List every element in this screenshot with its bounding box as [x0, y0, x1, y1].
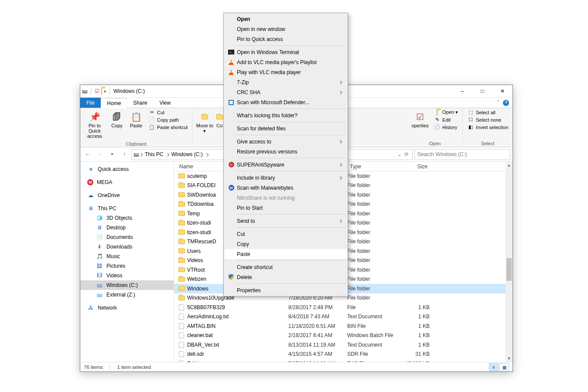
context-menu-item[interactable]: 7-Zip: [225, 77, 347, 87]
context-menu-item[interactable]: Copy: [225, 239, 347, 249]
search-input[interactable]: Search Windows (C:): [414, 149, 510, 160]
properties-button[interactable]: ☑ operties: [410, 109, 430, 130]
nav-child-item[interactable]: 🎞Videos: [80, 271, 174, 280]
paste-shortcut-button[interactable]: 📋Paste shortcut: [147, 124, 189, 130]
context-menu-item[interactable]: Restore previous versions: [225, 147, 347, 157]
nav-child-item[interactable]: 🖥Desktop: [80, 223, 174, 232]
window-title: Windows (C:): [112, 88, 145, 94]
nav-onedrive[interactable]: ☁OneDrive: [80, 191, 174, 200]
menu-item-label: Paste: [236, 251, 339, 257]
context-menu-item[interactable]: MScan with Malwarebytes: [225, 183, 347, 193]
cut-button[interactable]: ✂Cut: [147, 109, 189, 116]
chevron-right-icon[interactable]: [205, 152, 208, 157]
breadcrumb-item[interactable]: Windows (C:): [170, 151, 205, 157]
minimize-button[interactable]: –: [452, 85, 472, 98]
chevron-right-icon[interactable]: [166, 152, 169, 157]
context-menu-item[interactable]: CRC SHA: [225, 87, 347, 97]
copy-label: Copy: [111, 123, 123, 128]
tab-share[interactable]: Share: [127, 98, 153, 108]
tab-home[interactable]: Home: [101, 98, 127, 108]
maximize-button[interactable]: □: [472, 85, 492, 98]
table-row[interactable]: EANew.eap7/27/2016 10:39 AMEAP File15,33…: [174, 359, 506, 362]
nav-forward-button[interactable]: →: [95, 149, 105, 160]
context-menu-item[interactable]: Send to: [225, 216, 347, 226]
help-icon[interactable]: ?: [503, 100, 509, 106]
context-menu-item[interactable]: Add to VLC media player's Playlist: [225, 57, 347, 67]
context-menu-item[interactable]: Pin to Quick access: [225, 34, 347, 44]
scroll-up-icon[interactable]: ▲: [506, 162, 513, 169]
nav-child-item[interactable]: ⬇Downloads: [80, 242, 174, 252]
context-menu-item[interactable]: >_Open in Windows Terminal: [225, 47, 347, 57]
open-button[interactable]: Open ▾: [432, 109, 460, 116]
context-menu-item[interactable]: Open: [225, 14, 347, 24]
collapse-ribbon-icon[interactable]: ˄: [497, 100, 499, 106]
context-menu-item[interactable]: Delete: [225, 272, 347, 282]
copy-to-button[interactable]: Co: [216, 109, 223, 130]
menu-separator: [237, 122, 346, 122]
nav-up-button[interactable]: ↑: [119, 149, 130, 160]
details-view-button[interactable]: ≡: [489, 363, 499, 371]
nav-child-item[interactable]: 📄Documents: [80, 232, 174, 242]
network-icon: 🖧: [87, 305, 94, 311]
context-menu-item[interactable]: Give access to: [225, 136, 347, 147]
refresh-icon[interactable]: ⟳: [403, 151, 410, 157]
table-row[interactable]: DBAR_Ver.txt8/13/2014 11:19 AMText Docum…: [174, 340, 506, 350]
nav-child-item[interactable]: 🖴Windows (C:): [80, 280, 174, 290]
context-menu-item[interactable]: Open in new window: [225, 24, 347, 34]
file-type: Text Document: [347, 342, 397, 348]
column-header-type[interactable]: Type: [346, 164, 397, 170]
context-menu-item[interactable]: Include in library: [225, 173, 347, 183]
context-menu-item[interactable]: Properties: [225, 285, 347, 295]
close-button[interactable]: ✕: [492, 85, 513, 98]
nav-child-item[interactable]: 🖴External (Z:): [80, 290, 174, 300]
nav-mega[interactable]: MMEGA: [80, 177, 174, 187]
nav-child-item[interactable]: 🎵Music: [80, 252, 174, 261]
nav-back-button[interactable]: ←: [82, 149, 93, 160]
icons-view-button[interactable]: ▦: [499, 363, 509, 371]
nav-network[interactable]: 🖧Network: [80, 303, 174, 313]
breadcrumb-item[interactable]: This PC: [143, 151, 165, 157]
context-menu-item[interactable]: Create shortcut: [225, 262, 347, 272]
paste-button[interactable]: 📋 Paste: [127, 109, 145, 130]
scroll-track[interactable]: [506, 169, 513, 355]
nav-this-pc[interactable]: 🖥This PC: [80, 204, 174, 213]
properties-icon[interactable]: ☑: [95, 88, 99, 94]
context-menu-item[interactable]: Pin to Start: [225, 203, 347, 213]
context-menu-item[interactable]: Scan with Microsoft Defender...: [225, 97, 347, 107]
table-row[interactable]: 5C8BB07FB3298/28/2017 2:48 PMFile1 KB: [174, 303, 506, 312]
nav-quick-access[interactable]: ★Quick access: [80, 164, 174, 174]
pin-to-quick-access-button[interactable]: 📌 Pin to Quick access: [83, 109, 106, 140]
table-row[interactable]: cleaner.bat2/16/2017 8:41 AMWindows Batc…: [174, 331, 506, 341]
context-menu-item[interactable]: Play with VLC media player: [225, 67, 347, 77]
context-menu-item[interactable]: Paste: [225, 249, 347, 259]
table-row[interactable]: AMTAG.BIN11/18/2020 6:51 AMBIN File1 KB: [174, 321, 506, 331]
chevron-right-icon[interactable]: [140, 152, 142, 157]
move-to-button[interactable]: Move to ▾: [195, 109, 214, 136]
qat-customize-icon[interactable]: ▾: [104, 89, 106, 94]
new-folder-icon[interactable]: [101, 88, 102, 94]
nav-child-item[interactable]: 🧊3D Objects: [80, 213, 174, 223]
select-all-button[interactable]: ⬚Select all: [465, 109, 510, 116]
table-row[interactable]: AeroAdminLog.txt8/4/2018 7:43 AMText Doc…: [174, 312, 506, 322]
copy-path-button[interactable]: 📄Copy path: [147, 116, 189, 123]
column-header-size[interactable]: Size: [397, 164, 431, 170]
tab-file[interactable]: File: [80, 98, 101, 108]
edit-button[interactable]: ✎Edit: [432, 116, 460, 123]
address-dropdown-icon[interactable]: ⌄: [397, 151, 402, 157]
nav-recent-button[interactable]: [107, 149, 117, 160]
table-row[interactable]: dell.sdr4/15/2015 4:57 AMSDR File31 KB: [174, 350, 506, 359]
nav-child-item[interactable]: 🖼Pictures: [80, 261, 174, 271]
context-menu-item[interactable]: Cut: [225, 229, 347, 239]
copy-button[interactable]: 🗐 Copy: [108, 109, 126, 130]
terminal-icon: >_: [226, 50, 236, 55]
scroll-thumb[interactable]: [506, 258, 512, 281]
context-menu-item[interactable]: ⦸SUPERAntiSpyware: [225, 160, 347, 170]
context-menu-item[interactable]: Scan for deleted files: [225, 123, 347, 133]
context-menu-item[interactable]: What's locking this folder?: [225, 110, 347, 120]
scroll-down-icon[interactable]: ▼: [506, 355, 513, 362]
history-button[interactable]: 🕘History: [432, 124, 460, 130]
vertical-scrollbar[interactable]: ▲ ▼: [506, 162, 513, 362]
tab-view[interactable]: View: [153, 98, 177, 108]
invert-selection-button[interactable]: ◧Invert selection: [465, 124, 510, 130]
select-none-button[interactable]: ☐Select none: [465, 116, 510, 123]
